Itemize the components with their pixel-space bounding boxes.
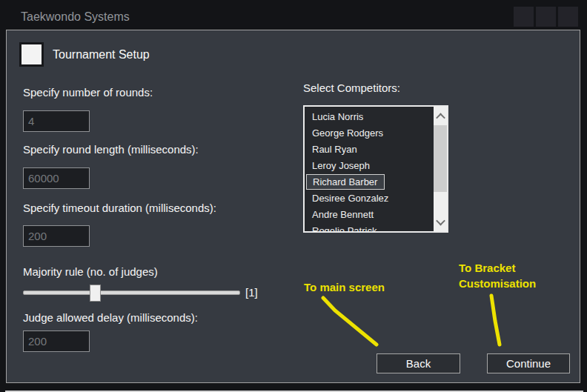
focused-item-box[interactable]: Richard Barber	[306, 174, 385, 190]
scroll-down-button[interactable]	[434, 212, 447, 231]
annotation-line-2: Customisation	[459, 276, 536, 291]
competitors-listbox[interactable]: Lucia Norris George Rodgers Raul Ryan Le…	[303, 105, 448, 233]
chevron-up-icon	[436, 113, 445, 122]
round-length-label: Specify round length (milliseconds):	[23, 143, 199, 156]
app-window: Taekwondo Systems Tournament Setup Speci…	[0, 0, 587, 392]
judge-delay-input[interactable]	[23, 330, 90, 352]
timeout-duration-label: Specify timeout duration (milliseconds):	[23, 202, 216, 214]
majority-rule-label: Majority rule (no. of judges)	[23, 265, 158, 278]
competitors-list: Lucia Norris George Rodgers Raul Ryan Le…	[305, 109, 434, 231]
list-item[interactable]: Leroy Joseph	[305, 158, 434, 174]
minimize-button[interactable]	[514, 7, 534, 27]
round-length-input[interactable]	[23, 167, 90, 189]
scrollbar-thumb[interactable]	[434, 125, 447, 192]
chevron-down-icon	[436, 216, 445, 225]
rounds-input[interactable]	[23, 110, 90, 132]
list-scrollbar[interactable]	[434, 107, 447, 231]
rounds-label: Specify number of rounds:	[23, 86, 153, 99]
judge-delay-label: Judge allowed delay (milliseconds):	[23, 311, 198, 324]
timeout-duration-input[interactable]	[23, 225, 90, 247]
close-button[interactable]	[558, 7, 578, 27]
app-logo-icon	[19, 42, 44, 67]
page-title: Tournament Setup	[53, 48, 150, 62]
scroll-up-button[interactable]	[434, 107, 447, 126]
annotation-line-1: To Bracket	[459, 260, 536, 276]
list-item[interactable]: Desiree Gonzalez	[305, 190, 434, 207]
window-title: Taekwondo Systems	[21, 10, 130, 24]
list-item[interactable]: George Rodgers	[305, 125, 434, 142]
annotation-to-bracket-customisation: To Bracket Customisation	[459, 260, 536, 291]
list-item-focused[interactable]: Richard Barber	[305, 174, 434, 190]
list-item[interactable]: Lucia Norris	[305, 109, 434, 125]
majority-rule-value: [1]	[245, 286, 258, 299]
list-item[interactable]: Rogelio Patrick	[305, 223, 434, 233]
annotation-to-main-screen: To main screen	[304, 281, 385, 293]
majority-rule-slider-thumb[interactable]	[90, 285, 101, 302]
list-item[interactable]: Raul Ryan	[305, 142, 434, 158]
select-competitors-label: Select Competitors:	[303, 82, 400, 94]
continue-button[interactable]: Continue	[487, 353, 570, 373]
back-button[interactable]: Back	[377, 353, 460, 373]
majority-rule-slider-track[interactable]	[23, 290, 240, 295]
list-item[interactable]: Andre Bennett	[305, 207, 434, 223]
window-controls	[514, 7, 578, 27]
tournament-setup-panel: Tournament Setup Specify number of round…	[6, 30, 580, 383]
maximize-button[interactable]	[536, 7, 556, 27]
